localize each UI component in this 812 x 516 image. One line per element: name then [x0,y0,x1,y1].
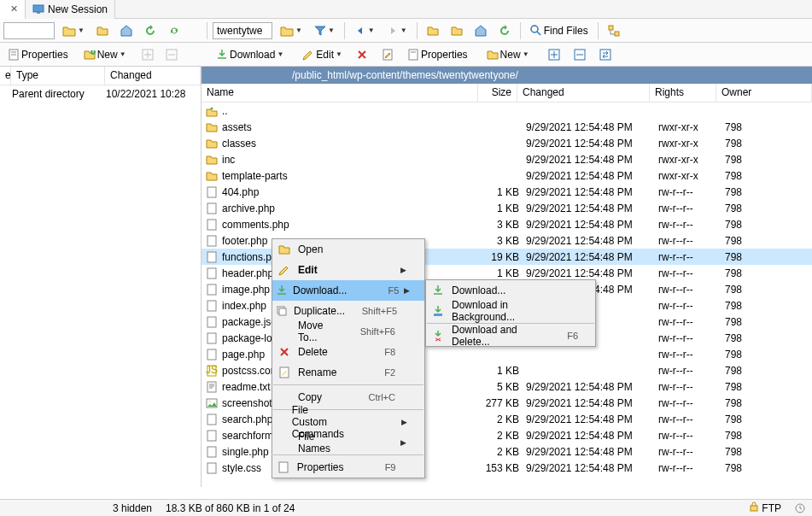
file-row[interactable]: classes9/29/2021 12:54:48 PMrwxr-xr-x798 [202,135,812,151]
file-row[interactable]: template-parts9/29/2021 12:54:48 PMrwxr-… [202,167,812,184]
file-row[interactable]: 404.php1 KB9/29/2021 12:54:48 PMrw-r--r-… [202,184,812,200]
refresh-remote-icon[interactable] [494,22,515,39]
menu-download[interactable]: Download...F5▶ [272,280,424,301]
file-row[interactable]: assets9/29/2021 12:54:48 PMrwxr-xr-x798 [202,119,812,135]
menu-file-custom-commands[interactable]: File Custom Commands▶ [272,412,424,432]
remote-address-input[interactable] [213,22,272,39]
remote-path[interactable]: /public_html/wp-content/themes/twentytwe… [202,67,812,84]
cell-owner: 798 [725,332,768,344]
folder-remote-icon[interactable] [423,22,443,39]
svg-rect-38 [207,382,216,392]
cell-rights: rwxr-xr-x [658,121,725,133]
cell-rights: rwxr-xr-x [658,154,725,166]
menu-duplicate[interactable]: Duplicate...Shift+F5 [272,301,424,321]
close-icon[interactable]: ✕ [10,3,18,15]
menu-properties[interactable]: PropertiesF9 [272,457,424,478]
svg-rect-46 [207,447,216,457]
remote-pane: /public_html/wp-content/themes/twentytwe… [202,67,812,487]
menu-edit[interactable]: Edit▶ [272,260,424,280]
svg-rect-25 [207,187,216,197]
col-header[interactable]: e [0,67,11,85]
status-hidden: 3 hidden [7,502,152,514]
new-session-tab[interactable]: New Session [26,0,115,19]
menu-delete[interactable]: DeleteF8 [272,342,424,362]
cell-owner: 798 [725,349,768,361]
properties-remote-button[interactable]: Properties [403,46,472,63]
cell-rights: rw-r--r-- [658,381,725,393]
minus-box-remote-icon[interactable] [570,46,590,63]
session-tab[interactable]: ✕ [0,0,26,19]
cell-changed: 9/29/2021 12:54:48 PM [526,430,658,442]
filter-icon[interactable]: ▼ [310,22,339,39]
menu-rename[interactable]: RenameF2 [272,362,424,383]
cell-size: 1 KB [482,202,526,214]
col-header-changed[interactable]: Changed [517,84,650,102]
sync-icon[interactable] [164,22,184,39]
refresh-icon[interactable] [140,22,161,39]
cell-owner: 798 [725,202,768,214]
col-header-type[interactable]: Type [11,67,105,85]
x-icon [356,49,368,61]
plus-box-remote-icon[interactable] [544,46,564,63]
edit-button[interactable]: Edit ▼ [298,46,347,63]
svg-point-2 [531,26,538,32]
properties-local-button[interactable]: Properties [3,46,73,63]
find-files-button[interactable]: Find Files [526,22,593,39]
back-icon[interactable]: ▼ [350,22,379,39]
folder-icon [205,120,219,134]
file-row[interactable]: inc9/29/2021 12:54:48 PMrwxr-xr-x798 [202,151,812,167]
cell-rights: rw-r--r-- [658,202,725,214]
folder-icon[interactable] [92,22,113,39]
context-menu: Open Edit▶ Download...F5▶ Duplicate...Sh… [272,238,425,478]
local-address-input[interactable] [3,22,55,39]
cell-changed: 9/29/2021 12:54:48 PM [526,186,658,198]
svg-rect-44 [207,414,216,425]
txt-icon [205,380,219,394]
file-row[interactable]: archive.php1 KB9/29/2021 12:54:48 PMrw-r… [202,200,812,216]
cell-size: 277 KB [482,397,526,409]
col-header-rights[interactable]: Rights [650,84,716,102]
new-local-button[interactable]: + New ▼ [79,46,131,63]
new-remote-button[interactable]: New ▼ [482,46,534,63]
menu-move-to[interactable]: Move To...Shift+F6 [272,321,424,342]
cell-size: 2 KB [482,446,526,458]
cell-owner: 798 [725,413,768,425]
cell-rights: rw-r--r-- [658,430,725,442]
file-row[interactable]: comments.php3 KB9/29/2021 12:54:48 PMrw-… [202,216,812,232]
file-row[interactable]: .. [202,103,812,119]
folder-open-remote-icon[interactable]: ▼ [276,22,307,39]
home-remote-icon[interactable] [470,22,491,39]
cell-rights: rw-r--r-- [658,284,725,296]
svg-rect-52 [434,314,442,316]
col-header-owner[interactable]: Owner [716,84,812,102]
status-connection[interactable]: FTP [749,501,781,514]
col-header-name[interactable]: Name [202,84,478,102]
file-icon [205,283,219,296]
tree-icon[interactable] [604,22,624,39]
folder-open-icon[interactable]: ▼ [58,22,89,39]
svg-rect-32 [207,301,216,311]
delete-button[interactable] [352,46,372,63]
submenu-download-bg[interactable]: Download in Background... [426,301,595,321]
submenu-download[interactable]: Download... [426,280,595,301]
swap-box-icon[interactable] [595,46,616,63]
local-row[interactable]: Parent directory10/22/2021 10:28 [0,85,201,102]
rename-icon[interactable] [377,46,398,63]
home-icon[interactable] [116,22,137,39]
download-button[interactable]: Download ▼ [212,46,288,63]
svg-rect-47 [207,463,216,473]
plus-box-icon[interactable] [137,46,158,63]
cell-rights: rw-r--r-- [658,446,725,458]
menu-open[interactable]: Open [272,239,424,260]
minus-box-icon[interactable] [161,46,182,63]
cell-changed: 9/29/2021 12:54:48 PM [526,138,658,150]
lock-icon [749,501,759,512]
folder2-remote-icon[interactable] [447,22,467,39]
col-header-size[interactable]: Size [478,84,517,102]
submenu-download-delete[interactable]: Download and Delete...F6 [426,325,595,346]
cell-owner: 798 [725,365,768,377]
col-header-changed[interactable]: Changed [105,67,201,85]
forward-icon[interactable]: ▼ [383,22,412,39]
svg-rect-53 [751,506,757,511]
cell-owner: 798 [725,462,768,474]
